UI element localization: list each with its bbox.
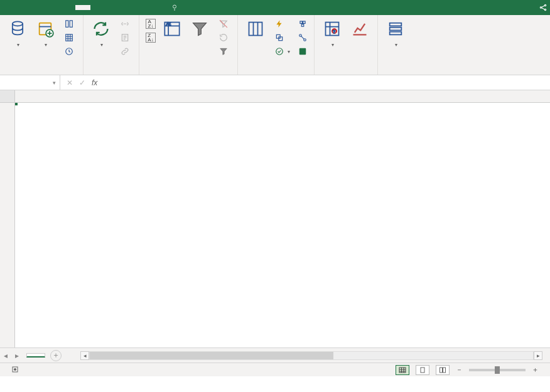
row-headers [0,90,15,347]
svg-point-4 [13,21,23,26]
outline-button[interactable]: ▾ [382,18,409,50]
svg-rect-24 [390,23,402,26]
name-box[interactable]: ▾ [0,75,60,90]
sort-desc-button[interactable]: ZA↓ [143,31,158,44]
edit-links-button [117,45,135,58]
macro-record-icon[interactable] [11,366,19,374]
scroll-right-button[interactable]: ▸ [534,351,542,360]
text-to-columns-button[interactable] [242,18,269,41]
tell-me-search[interactable] [171,4,181,11]
zoom-out-button[interactable]: － [456,365,463,374]
sheet-nav-prev[interactable]: ◂ [0,351,11,360]
properties-icon [121,33,129,42]
zoom-slider[interactable] [469,369,526,371]
fx-icon[interactable]: fx [92,78,97,87]
new-query-button[interactable]: ▾ [31,18,59,50]
tab-home[interactable] [15,5,30,10]
formula-input[interactable] [104,75,550,90]
svg-point-2 [544,4,546,6]
manage-data-model-button[interactable] [295,45,310,58]
refresh-all-button[interactable]: ▾ [87,18,115,50]
svg-rect-9 [66,34,73,41]
scroll-thumb[interactable] [90,352,333,359]
sort-button[interactable]: AZ [158,18,186,41]
group-connections: ▾ [84,15,139,75]
reapply-icon [219,33,228,42]
from-table-button[interactable] [62,31,79,44]
view-normal-button[interactable] [396,365,409,375]
show-queries-button[interactable] [62,18,79,30]
formula-bar-row: ▾ ✕ ✓ fx [0,75,550,90]
data-model-icon [298,47,307,56]
grid[interactable] [15,90,550,347]
data-validation-button[interactable]: ▾ [272,45,293,58]
sort-asc-button[interactable]: AZ↓ [143,18,158,30]
consolidate-button[interactable] [295,18,310,30]
recent-sources-button[interactable] [62,45,79,58]
tab-file[interactable] [0,5,15,10]
whatif-icon: ? [323,20,341,38]
svg-rect-25 [390,28,402,31]
share-icon [539,3,547,12]
refresh-icon [92,20,110,38]
group-outline: ▾ [378,15,413,75]
horizontal-scrollbar[interactable]: ◂ ▸ [80,351,542,360]
bulb-icon [171,4,178,11]
svg-point-0 [173,5,176,8]
flash-fill-button[interactable] [272,18,293,30]
tab-developer[interactable] [121,5,136,10]
forecast-icon [351,20,369,38]
group-label [143,72,234,75]
group-sort-filter: AZ↓ ZA↓ AZ [139,15,238,75]
advanced-filter-button[interactable] [216,45,234,58]
svg-rect-14 [249,23,262,36]
group-label [242,72,310,75]
svg-rect-31 [440,368,443,373]
recent-sources-icon [65,47,73,56]
remove-duplicates-icon [275,33,284,42]
sheet-nav-next[interactable]: ▸ [11,351,23,360]
svg-rect-20 [299,48,306,55]
connections-icon [121,19,129,28]
status-bar: － ＋ [0,363,550,376]
svg-rect-7 [66,21,68,28]
remove-duplicates-button[interactable] [272,31,293,44]
ribbon: ▾ ▾ ▾ [0,15,550,75]
relationships-icon [298,33,307,42]
svg-rect-30 [421,368,424,373]
tab-review[interactable] [90,5,105,10]
tab-pagelayout[interactable] [45,5,60,10]
database-icon [9,20,26,38]
page-break-icon [439,367,446,373]
svg-text:AZ: AZ [166,22,171,26]
relationships-button[interactable] [295,31,310,44]
forecast-sheet-button[interactable] [346,18,374,41]
view-page-break-button[interactable] [436,365,450,375]
menu-bar [0,0,550,15]
group-forecast: ? ▾ [315,15,378,75]
view-page-layout-button[interactable] [416,365,429,375]
tab-help[interactable] [136,5,151,10]
add-sheet-button[interactable]: ＋ [50,350,62,361]
tab-powerpivot[interactable] [151,5,166,10]
tab-formulas[interactable] [60,5,75,10]
filter-button[interactable] [186,18,213,41]
share-button[interactable] [539,3,547,12]
whatif-button[interactable]: ? ▾ [318,18,346,50]
group-label [382,64,409,75]
reapply-button [216,31,234,44]
get-external-data-button[interactable]: ▾ [4,18,31,50]
tab-insert[interactable] [30,5,45,10]
column-headers [15,90,550,103]
connections-button[interactable] [117,18,135,30]
svg-text:?: ? [333,29,335,34]
sheet-tab[interactable] [26,353,45,358]
edit-links-icon [121,47,129,56]
group-label [87,72,135,75]
svg-point-28 [14,368,16,370]
scroll-left-button[interactable]: ◂ [80,351,89,360]
tab-data[interactable] [75,5,90,10]
select-all-corner[interactable] [0,90,14,103]
tab-view[interactable] [105,5,121,10]
zoom-in-button[interactable]: ＋ [532,365,539,374]
